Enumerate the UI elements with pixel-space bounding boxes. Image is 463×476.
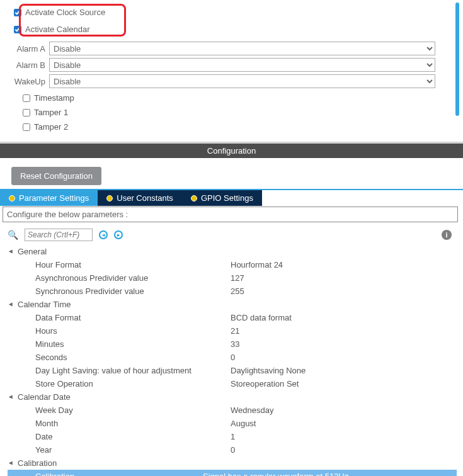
- tab-gpio-settings-label: GPIO Settings: [201, 193, 253, 203]
- param-weekday[interactable]: Week DayWednesday: [8, 404, 457, 417]
- mode-panel: Activate Clock Source Activate Calendar …: [0, 0, 463, 142]
- param-dls[interactable]: Day Light Saving: value of hour adjustme…: [8, 364, 457, 377]
- chevron-down-icon: ▼: [8, 302, 14, 308]
- tab-parameter-settings-label: Parameter Settings: [19, 193, 89, 203]
- parameter-description: Configure the below parameters :: [3, 207, 458, 222]
- group-general[interactable]: ▼ General: [8, 245, 457, 258]
- param-sync-predivider[interactable]: Synchronous Predivider value255: [8, 285, 457, 298]
- config-tabs: Parameter Settings User Constants GPIO S…: [0, 189, 463, 206]
- next-match-icon[interactable]: ▸: [114, 230, 123, 239]
- tamper2-row: Tamper 2: [5, 122, 458, 132]
- tab-indicator-icon: [106, 195, 113, 201]
- reset-configuration-button[interactable]: Reset Configuration: [11, 167, 101, 185]
- param-year[interactable]: Year0: [8, 443, 457, 456]
- param-data-format[interactable]: Data FormatBCD data format: [8, 311, 457, 324]
- param-store-operation[interactable]: Store OperationStoreoperation Set: [8, 377, 457, 390]
- param-seconds[interactable]: Seconds0: [8, 351, 457, 364]
- tab-user-constants-label: User Constants: [117, 193, 173, 203]
- timestamp-checkbox[interactable]: [23, 94, 30, 102]
- tamper2-checkbox[interactable]: [23, 123, 30, 131]
- tamper2-label: Tamper 2: [34, 122, 68, 132]
- param-async-predivider[interactable]: Asynchronous Predivider value127: [8, 271, 457, 285]
- param-month[interactable]: MonthAugust: [8, 417, 457, 430]
- prev-match-icon[interactable]: ◂: [99, 230, 108, 239]
- param-hour-format[interactable]: Hour FormatHourformat 24: [8, 258, 457, 271]
- tab-gpio-settings[interactable]: GPIO Settings: [182, 190, 262, 206]
- tamper1-label: Tamper 1: [34, 108, 68, 117]
- activate-calendar-label: Activate Calendar: [25, 25, 90, 34]
- alarm-a-row: Alarm A Disable: [5, 42, 458, 55]
- parameter-tree: ▼ General Hour FormatHourformat 24 Async…: [0, 245, 463, 476]
- chevron-down-icon: ▼: [8, 394, 14, 400]
- tamper1-checkbox[interactable]: [23, 109, 30, 116]
- wakeup-row: WakeUp Disable: [5, 74, 458, 88]
- group-calendar-time[interactable]: ▼ Calendar Time: [8, 298, 457, 311]
- group-calendar-date-label: Calendar Date: [18, 392, 71, 402]
- search-input[interactable]: [25, 229, 93, 241]
- group-calibration-label: Calibration: [18, 458, 57, 468]
- reset-area: Reset Configuration: [0, 158, 463, 189]
- activate-clock-row: Activate Clock Source: [5, 8, 458, 17]
- chevron-down-icon: ▼: [8, 249, 14, 255]
- activate-calendar-checkbox[interactable]: [14, 26, 21, 33]
- search-icon[interactable]: 🔍: [8, 230, 18, 240]
- timestamp-row: Timestamp: [5, 93, 458, 103]
- tab-indicator-icon: [9, 195, 15, 201]
- info-icon[interactable]: i: [442, 230, 452, 240]
- activate-clock-label: Activate Clock Source: [25, 8, 105, 17]
- alarm-a-select[interactable]: Disable: [49, 42, 435, 55]
- group-calibration[interactable]: ▼ Calibration: [8, 456, 457, 470]
- timestamp-label: Timestamp: [34, 93, 74, 103]
- alarm-a-label: Alarm A: [14, 44, 49, 54]
- group-calendar-date[interactable]: ▼ Calendar Date: [8, 390, 457, 404]
- param-minutes[interactable]: Minutes33: [8, 337, 457, 351]
- param-hours[interactable]: Hours21: [8, 324, 457, 337]
- wakeup-label: WakeUp: [14, 77, 49, 86]
- chevron-down-icon: ▼: [8, 460, 14, 467]
- tab-indicator-icon: [191, 195, 197, 201]
- scrollbar-thumb[interactable]: [455, 3, 459, 116]
- param-date[interactable]: Date1: [8, 430, 457, 443]
- tab-parameter-settings[interactable]: Parameter Settings: [0, 190, 98, 206]
- configuration-header: Configuration: [0, 142, 463, 158]
- alarm-b-row: Alarm B Disable: [5, 58, 458, 72]
- wakeup-select[interactable]: Disable: [49, 74, 435, 88]
- group-calendar-time-label: Calendar Time: [18, 300, 71, 309]
- activate-calendar-row: Activate Calendar: [5, 25, 458, 34]
- group-general-label: General: [18, 247, 47, 256]
- param-calibration[interactable]: CalibrationSignal has a regular waveform…: [8, 470, 457, 476]
- tamper1-row: Tamper 1: [5, 108, 458, 117]
- search-toolbar: 🔍 ◂ ▸ i: [0, 222, 463, 245]
- tab-user-constants[interactable]: User Constants: [98, 190, 182, 206]
- alarm-b-select[interactable]: Disable: [49, 58, 435, 72]
- alarm-b-label: Alarm B: [14, 60, 49, 70]
- activate-clock-checkbox[interactable]: [14, 9, 21, 16]
